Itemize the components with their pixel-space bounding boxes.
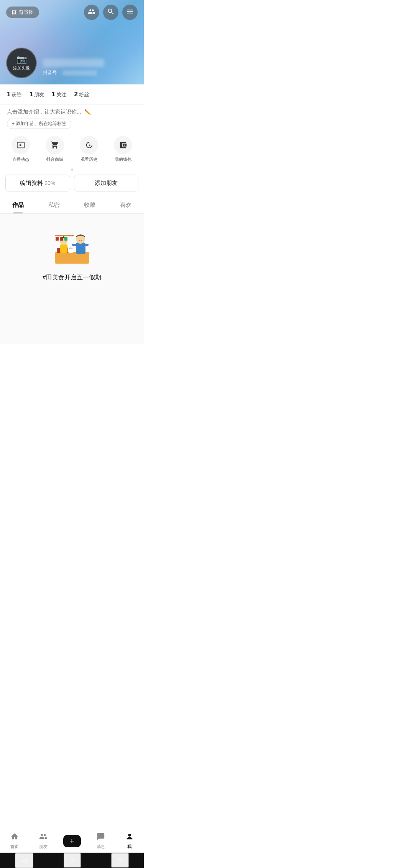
followers-count: 2	[74, 91, 77, 98]
shop-icon	[46, 136, 64, 154]
svg-rect-5	[72, 244, 77, 246]
scroll-indicator	[0, 166, 144, 175]
image-icon: 🖼	[12, 10, 16, 15]
messages-label: 消息	[97, 844, 105, 850]
shortcut-live[interactable]: 直播动态	[4, 136, 38, 162]
nav-home[interactable]: 首页	[0, 832, 29, 850]
bottom-nav: 首页 朋友 + 消息 我	[0, 829, 144, 853]
avatar-button[interactable]: 📷 添加头像	[6, 48, 37, 78]
friends-icon-button[interactable]	[84, 5, 99, 20]
friends-count: 1	[29, 91, 33, 98]
tab-works[interactable]: 作品	[0, 197, 36, 213]
banner-top-bar: 🖼 背景图	[0, 0, 144, 25]
likes-label: 获赞	[12, 91, 21, 98]
plus-icon: +	[69, 837, 74, 845]
likes-count: 1	[7, 91, 10, 98]
friends-nav-icon	[39, 832, 48, 843]
stats-bar: 1 获赞 1 朋友 1 关注 2 粉丝	[0, 84, 144, 105]
edit-icon[interactable]: ✏️	[84, 109, 91, 115]
search-icon-button[interactable]	[103, 5, 118, 20]
android-back-button[interactable]: ◁	[15, 853, 33, 868]
followers-label: 粉丝	[79, 91, 89, 98]
svg-rect-10	[55, 235, 74, 236]
nav-me[interactable]: 我	[115, 832, 144, 850]
tab-private[interactable]: 私密	[36, 197, 72, 213]
nav-add[interactable]: +	[58, 835, 86, 847]
menu-icon	[126, 8, 134, 17]
content-area: #田美食开启五一假期	[0, 214, 144, 344]
stat-followers[interactable]: 2 粉丝	[74, 91, 89, 98]
bio-text[interactable]: 点击添加介绍，让大家认识你... ✏️	[7, 109, 137, 116]
live-label: 直播动态	[12, 157, 29, 162]
friends-label: 朋友	[39, 844, 48, 850]
wallet-icon	[114, 136, 132, 154]
home-label: 首页	[10, 844, 19, 850]
android-recents-button[interactable]: □	[111, 853, 129, 868]
content-illustration	[53, 229, 91, 267]
svg-rect-8	[60, 244, 67, 253]
me-label: 我	[127, 844, 131, 850]
camera-icon: 📷	[16, 55, 27, 64]
douyin-id: 抖音号：	[43, 69, 138, 76]
action-buttons: 编辑资料 20% 添加朋友	[0, 175, 144, 197]
search-icon	[107, 8, 115, 17]
following-count: 1	[52, 91, 55, 98]
tab-favorites[interactable]: 收藏	[72, 197, 108, 213]
following-label: 关注	[56, 91, 66, 98]
top-right-icons	[84, 5, 138, 20]
promo-text: #田美食开启五一假期	[43, 274, 101, 282]
friends-label: 朋友	[34, 91, 44, 98]
douyin-id-blurred	[62, 70, 97, 76]
add-friend-button[interactable]: 添加朋友	[74, 175, 139, 191]
shortcuts-row: 直播动态 抖音商城 观看历史 我的钱包	[0, 129, 144, 166]
stat-following[interactable]: 1 关注	[52, 91, 66, 98]
shortcut-shop[interactable]: 抖音商城	[38, 136, 72, 162]
profile-info-area: 📷 添加头像 抖音号：	[6, 48, 138, 78]
svg-rect-12	[60, 237, 63, 241]
profile-banner: 🖼 背景图	[0, 0, 144, 84]
menu-icon-button[interactable]	[122, 5, 138, 20]
history-icon	[80, 136, 98, 154]
message-icon	[97, 832, 105, 843]
add-button[interactable]: +	[63, 835, 81, 847]
live-icon	[12, 136, 30, 154]
android-home-button[interactable]: ○	[64, 853, 81, 868]
bio-placeholder: 点击添加介绍，让大家认识你...	[7, 109, 81, 116]
tab-likes[interactable]: 喜欢	[108, 197, 144, 213]
nav-friends[interactable]: 朋友	[29, 832, 58, 850]
shortcut-history[interactable]: 观看历史	[72, 136, 106, 162]
tags-row: + 添加年龄、所在地等标签	[7, 119, 137, 129]
me-icon	[125, 832, 134, 843]
svg-rect-13	[64, 237, 67, 241]
username-area: 抖音号：	[43, 59, 138, 78]
background-image-button[interactable]: 🖼 背景图	[6, 7, 39, 18]
scroll-dot-indicator	[71, 168, 73, 171]
stat-likes[interactable]: 1 获赞	[7, 91, 21, 98]
history-label: 观看历史	[80, 157, 97, 162]
edit-profile-button[interactable]: 编辑资料 20%	[5, 175, 70, 191]
wallet-label: 我的钱包	[115, 157, 131, 162]
stat-friends[interactable]: 1 朋友	[29, 91, 44, 98]
svg-rect-11	[56, 237, 59, 241]
svg-rect-7	[69, 249, 73, 253]
friends-icon	[88, 8, 95, 17]
bio-section: 点击添加介绍，让大家认识你... ✏️ + 添加年龄、所在地等标签	[0, 105, 144, 129]
nav-messages[interactable]: 消息	[86, 832, 115, 850]
content-tabs: 作品 私密 收藏 喜欢	[0, 197, 144, 214]
shop-label: 抖音商城	[46, 157, 63, 162]
username-blurred	[43, 59, 104, 67]
svg-rect-6	[85, 244, 89, 246]
add-avatar-label: 添加头像	[13, 65, 30, 71]
android-nav-bar: ◁ ○ □	[0, 853, 144, 868]
svg-rect-3	[76, 243, 85, 254]
home-icon	[10, 832, 19, 843]
shortcut-wallet[interactable]: 我的钱包	[106, 136, 140, 162]
add-tags-button[interactable]: + 添加年龄、所在地等标签	[7, 119, 71, 129]
